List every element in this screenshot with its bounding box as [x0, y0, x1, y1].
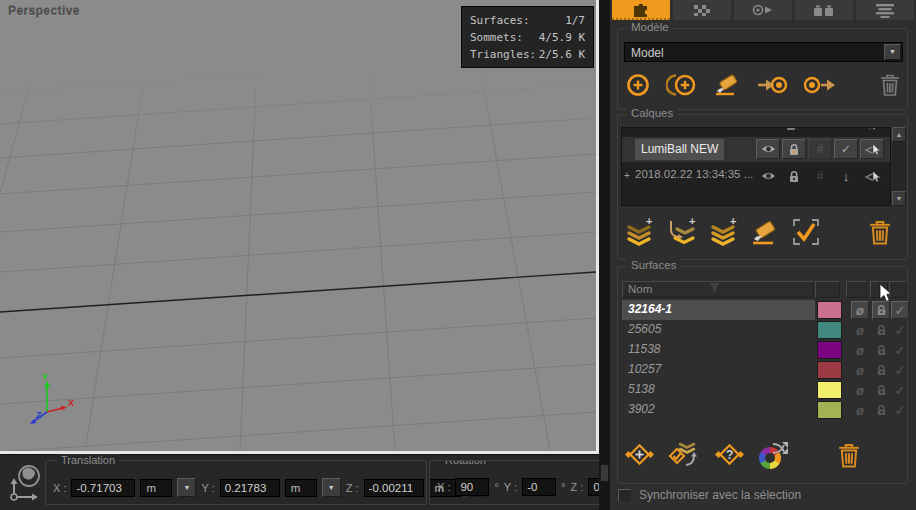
viewport-mode-label: Perspective: [8, 4, 80, 18]
export-from-model-button[interactable]: [802, 72, 836, 98]
tree-expander[interactable]: +: [624, 170, 630, 181]
add-layer-copy-button[interactable]: +: [708, 217, 738, 247]
add-surface-icon: [624, 440, 656, 470]
check-icon[interactable]: ✓: [891, 381, 909, 399]
translation-z-input[interactable]: -0.00211: [364, 479, 424, 497]
surface-row[interactable]: 10257 ø ✓: [620, 360, 907, 380]
world-coordinates-icon[interactable]: [5, 461, 45, 505]
hash-icon[interactable]: #: [808, 166, 832, 186]
tab-animation[interactable]: [734, 0, 792, 20]
scroll-up-button[interactable]: ▲: [892, 127, 906, 142]
translation-y-unit-dropdown[interactable]: ▼: [322, 478, 341, 497]
check-icon[interactable]: ✓: [891, 321, 909, 339]
tab-model[interactable]: [612, 0, 670, 20]
assign-surface-button[interactable]: [668, 440, 702, 470]
scroll-down-button[interactable]: ▼: [892, 191, 906, 206]
hidden-eye-icon[interactable]: ø: [851, 381, 869, 399]
check-icon[interactable]: ✓: [891, 341, 909, 359]
check-icon[interactable]: ✓: [891, 361, 909, 379]
check-icon[interactable]: ✓: [891, 401, 909, 419]
check-icon[interactable]: ✓: [834, 139, 858, 159]
import-to-model-button[interactable]: [756, 72, 788, 98]
layer-row-dated[interactable]: + 2018.02.22 13:34:35 ... # ↓: [622, 164, 890, 189]
hidden-eye-icon[interactable]: ø: [851, 401, 869, 419]
rotation-y-input[interactable]: -0: [522, 478, 556, 496]
surface-color-swatch[interactable]: [817, 361, 842, 379]
rotation-x-input[interactable]: 90: [455, 478, 489, 496]
visibility-eye-icon[interactable]: [753, 127, 777, 134]
surface-row[interactable]: 3902 ø ✓: [620, 400, 907, 420]
surface-row[interactable]: 25605 ø ✓: [620, 320, 907, 340]
lock-icon[interactable]: [872, 341, 890, 359]
tab-materials[interactable]: [673, 0, 731, 20]
delete-layer-button[interactable]: [869, 219, 891, 246]
surface-row[interactable]: 32164-1 ø ✓: [620, 300, 907, 320]
surface-color-swatch[interactable]: [817, 381, 842, 399]
surface-color-swatch[interactable]: [817, 341, 842, 359]
add-surface-button[interactable]: [624, 440, 656, 470]
layers-group: Calques Nom UBM Car: [617, 114, 908, 260]
move-down-icon[interactable]: ↓: [834, 166, 858, 186]
add-model-button[interactable]: [624, 71, 652, 99]
delete-surface-button[interactable]: [838, 442, 860, 469]
lock-icon[interactable]: [872, 301, 890, 319]
layers-scrollbar[interactable]: ▲ ▼: [892, 127, 906, 206]
tab-list[interactable]: [856, 0, 914, 20]
hash-icon[interactable]: #: [808, 139, 832, 159]
lock-icon[interactable]: [779, 127, 803, 134]
add-layer-button[interactable]: +: [624, 217, 654, 247]
add-sublayer-button[interactable]: +: [665, 217, 697, 247]
surfaces-visibility-column-header[interactable]: [846, 281, 867, 298]
lock-icon[interactable]: [872, 321, 890, 339]
lock-icon[interactable]: [782, 166, 806, 186]
translation-x-unit-dropdown[interactable]: ▼: [177, 478, 196, 497]
delete-model-button[interactable]: [880, 73, 900, 97]
tab-resources[interactable]: [795, 0, 853, 20]
hidden-eye-icon[interactable]: ø: [851, 301, 869, 319]
surface-row[interactable]: 11538 ø ✓: [620, 340, 907, 360]
visibility-eye-icon[interactable]: [756, 166, 780, 186]
translation-y-input[interactable]: 0.21783: [220, 479, 280, 497]
translation-y-unit[interactable]: m: [285, 479, 317, 497]
surface-help-icon: ?: [714, 440, 746, 470]
model-dropdown-arrow[interactable]: ▼: [884, 44, 901, 60]
translation-z-label: Z :: [346, 482, 359, 494]
model-select-dropdown[interactable]: Model ▼: [624, 42, 903, 62]
sync-selection-checkbox[interactable]: [618, 489, 631, 502]
check-icon[interactable]: ✓: [891, 301, 909, 319]
axis-z-label: Z: [36, 410, 42, 420]
visibility-eye-icon[interactable]: [756, 139, 780, 159]
surface-color-swatch[interactable]: [817, 301, 842, 319]
surface-name: 10257: [622, 360, 815, 380]
surface-color-swatch[interactable]: [817, 401, 842, 419]
random-colors-button[interactable]: [758, 439, 794, 471]
lock-icon[interactable]: [782, 139, 806, 159]
rename-layer-button[interactable]: [749, 217, 781, 247]
hidden-eye-icon[interactable]: ø: [851, 361, 869, 379]
pick-arrow-icon[interactable]: [860, 139, 884, 159]
translation-x-input[interactable]: -0.71703: [71, 479, 135, 497]
translation-group-label: Translation: [57, 454, 119, 466]
duplicate-model-button[interactable]: [666, 71, 698, 99]
surfaces-name-column-header[interactable]: Nom: [622, 281, 814, 298]
check-all-layers-button[interactable]: [792, 218, 820, 246]
layer-row-clipped[interactable]: UBM Car: [622, 127, 890, 136]
rename-model-button[interactable]: [712, 71, 742, 99]
divider-handle[interactable]: [600, 464, 609, 482]
shuffle-arrows-icon: [772, 439, 794, 457]
surface-row[interactable]: 5138 ø ✓: [620, 380, 907, 400]
translation-x-unit[interactable]: m: [140, 479, 172, 497]
surface-help-button[interactable]: ?: [714, 440, 746, 470]
hidden-eye-icon[interactable]: ø: [851, 321, 869, 339]
svg-text:+: +: [689, 217, 695, 227]
lock-icon[interactable]: [872, 381, 890, 399]
surface-color-swatch[interactable]: [817, 321, 842, 339]
pick-arrow-icon[interactable]: [860, 166, 884, 186]
pick-arrow-icon[interactable]: [857, 127, 881, 134]
lock-icon[interactable]: [872, 401, 890, 419]
hidden-eye-icon[interactable]: ø: [851, 341, 869, 359]
layer-row-lumiball[interactable]: LumiBall NEW # ✓: [622, 137, 890, 162]
3d-viewport[interactable]: Perspective Surfaces: 1/7 Sommets: 4/5.9…: [0, 0, 599, 454]
lock-icon[interactable]: [872, 361, 890, 379]
surfaces-color-column-header[interactable]: [815, 281, 840, 298]
